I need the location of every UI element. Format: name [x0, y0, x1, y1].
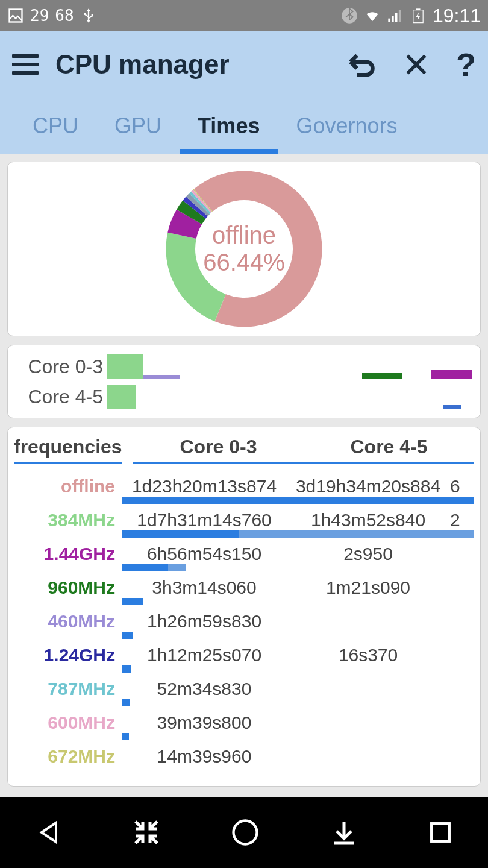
core-bar-track [107, 354, 472, 379]
battery-charging-icon [410, 7, 427, 24]
tab-row: CPUGPUTimesGovernors [12, 105, 476, 154]
collapse-icon[interactable] [132, 818, 161, 847]
donut-label-value: 66.44% [203, 249, 285, 276]
row-bar-segment [122, 497, 474, 504]
tab-times[interactable]: Times [180, 105, 278, 154]
download-icon[interactable] [330, 818, 358, 847]
frequency-label: 600MHz [14, 710, 122, 733]
status-temp1: 29 [30, 7, 49, 25]
row-bar [122, 497, 474, 504]
data-cells: 1h12m25s07016s370 [122, 643, 474, 676]
tab-governors[interactable]: Governors [278, 105, 415, 154]
table-row[interactable]: 384MHz1d7h31m14s7601h43m52s8402 [14, 508, 474, 541]
frequency-label: 1.24GHz [14, 643, 122, 665]
frequency-label: 672MHz [14, 744, 122, 767]
frequency-label: 960MHz [14, 575, 122, 598]
core-bar-label: Core 0-3 [16, 356, 107, 378]
table-row[interactable]: 460MHz1h26m59s830 [14, 609, 474, 643]
row-bar [122, 699, 474, 706]
signal-icon [387, 7, 404, 24]
undo-icon[interactable] [345, 49, 377, 80]
menu-icon[interactable] [12, 54, 39, 75]
data-cells: 52m34s830 [122, 676, 474, 710]
svg-rect-7 [416, 8, 420, 10]
donut-center-label: offline 66.44% [203, 222, 285, 276]
status-time: 19:11 [433, 5, 481, 27]
row-bar-segment [122, 632, 133, 639]
core-bar-segment [443, 405, 461, 409]
core-bar-label: Core 4-5 [16, 386, 107, 408]
row-bar [122, 530, 474, 538]
row-bar [122, 665, 474, 673]
status-bar: 29 68 19:11 [0, 0, 488, 31]
core-bar-row: Core 0-3 [16, 351, 472, 382]
data-cells: 1d7h31m14s7601h43m52s8402 [122, 508, 474, 541]
table-row[interactable]: 787MHz52m34s830 [14, 676, 474, 710]
wifi-icon [364, 7, 381, 24]
svg-rect-0 [10, 10, 22, 22]
core-bar-segment [107, 354, 143, 379]
svg-rect-3 [392, 16, 394, 22]
row-bar-segment [239, 530, 474, 538]
recent-icon[interactable] [427, 819, 454, 846]
row-bar-segment [122, 564, 168, 571]
core-bar-segment [107, 385, 136, 409]
table-header-frequencies[interactable]: frequencies [14, 436, 122, 464]
core-bars-card: Core 0-3Core 4-5 [7, 345, 481, 418]
core-bar-segment [362, 373, 402, 379]
svg-rect-2 [388, 19, 390, 22]
svg-point-8 [234, 821, 257, 844]
table-row[interactable]: 1.44GHz6h56m54s1502s950 [14, 541, 474, 575]
cell-extra [450, 744, 474, 778]
tab-gpu[interactable]: GPU [96, 105, 180, 154]
table-header-core03[interactable]: Core 0-3 [133, 436, 304, 458]
row-bar-segment [122, 733, 129, 740]
data-cells: 3h3m14s0601m21s090 [122, 575, 474, 609]
core-bar-row: Core 4-5 [16, 382, 472, 412]
svg-rect-4 [395, 13, 398, 22]
frequency-label: 1.44GHz [14, 541, 122, 564]
frequency-label: 384MHz [14, 508, 122, 530]
core-bar-segment [143, 375, 180, 379]
table-header: frequencies Core 0-3 Core 4-5 [14, 436, 474, 464]
back-icon[interactable] [34, 818, 63, 847]
svg-rect-9 [431, 823, 449, 841]
home-icon[interactable] [230, 817, 261, 848]
row-bar-segment [122, 598, 143, 605]
table-header-core45[interactable]: Core 4-5 [304, 436, 474, 458]
navigation-bar [0, 797, 488, 868]
status-left: 29 68 [7, 7, 97, 25]
app-title: CPU manager [55, 49, 230, 80]
row-bar [122, 564, 474, 571]
data-cells: 14m39s960 [122, 744, 474, 778]
tab-cpu[interactable]: CPU [14, 105, 96, 154]
table-row[interactable]: 672MHz14m39s960 [14, 744, 474, 778]
svg-rect-5 [399, 10, 401, 22]
donut-chart: offline 66.44% [163, 168, 325, 330]
frequency-label: offline [14, 474, 122, 497]
row-bar-segment [168, 564, 186, 571]
core-bar-track [107, 385, 472, 409]
close-icon[interactable] [403, 51, 430, 78]
help-icon[interactable]: ? [456, 46, 476, 83]
core-bar-segment [431, 370, 472, 379]
table-row[interactable]: 1.24GHz1h12m25s07016s370 [14, 643, 474, 676]
data-cells: 6h56m54s1502s950 [122, 541, 474, 575]
donut-label-name: offline [203, 222, 285, 249]
usb-icon [80, 7, 97, 24]
table-row[interactable]: offline1d23h20m13s8743d19h34m20s8846 [14, 474, 474, 508]
bluetooth-icon [341, 7, 358, 24]
frequency-table-card: frequencies Core 0-3 Core 4-5 offline1d2… [7, 427, 481, 787]
row-bar [122, 733, 474, 740]
frequency-label: 460MHz [14, 609, 122, 632]
data-cells: 39m39s800 [122, 710, 474, 744]
table-row[interactable]: 960MHz3h3m14s0601m21s090 [14, 575, 474, 609]
row-bar-segment [122, 699, 130, 706]
cell-core45 [286, 744, 450, 778]
data-cells: 1h26m59s830 [122, 609, 474, 643]
table-row[interactable]: 600MHz39m39s800 [14, 710, 474, 744]
donut-chart-card: offline 66.44% [7, 162, 481, 336]
row-bar [122, 598, 474, 605]
data-cells: 1d23h20m13s8743d19h34m20s8846 [122, 474, 474, 508]
frequency-label: 787MHz [14, 676, 122, 699]
